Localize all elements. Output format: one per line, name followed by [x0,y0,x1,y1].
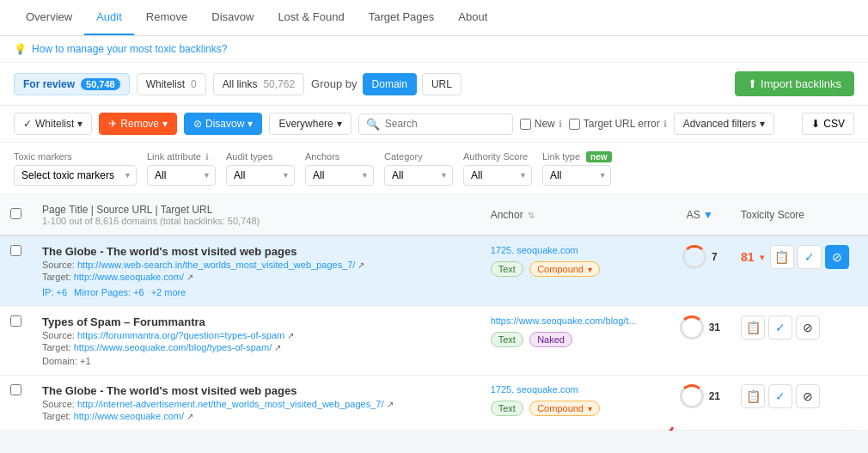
target-url-error-checkbox[interactable] [569,119,580,130]
tab-target-pages[interactable]: Target Pages [357,0,447,35]
row-1-page-cell: The Globe - The world's most visited web… [32,236,480,307]
whitelist-count: 0 [191,78,197,90]
advanced-filters-label: Advanced filters [683,118,756,130]
row-1-circle-progress [682,245,706,269]
category-label: Category [384,151,453,162]
link-type-new-badge: new [586,151,611,162]
row-3-whitelist-icon-btn[interactable]: ✓ [768,384,792,408]
row-3-target-link[interactable]: http://www.seoquake.com/ [74,411,184,421]
row-3-as-value: 21 [709,390,720,402]
row-2-title: Types of Spam – Forummantra [42,315,470,328]
external-link-icon: ↗ [387,400,394,409]
whitelist-action-label: Whitelist [35,118,74,130]
audit-types-select[interactable]: All [226,165,295,186]
search-icon: 🔍 [366,118,380,131]
row-2-target-link[interactable]: https://www.seoquake.com/blog/types-of-s… [74,342,272,352]
link-attribute-filter: Link attribute ℹ All [147,151,216,186]
row-2-as-cell: 31 [669,307,730,376]
tab-audit[interactable]: Audit [84,0,134,35]
top-nav: Overview Audit Remove Disavow Lost & Fou… [0,0,868,36]
toxic-score-col-header: Toxicity Score [730,195,868,236]
row-3-copy-icon-btn[interactable]: 📋 [741,384,765,408]
row-3-title: The Globe - The world's most visited web… [42,384,470,397]
audit-types-label: Audit types [226,151,295,162]
import-backlinks-button[interactable]: ⬆ Import backlinks [735,71,854,96]
row-1-anchor-source: 1725. seoquake.com [491,245,659,255]
tag-chevron-icon: ▾ [588,265,592,274]
external-link-icon: ↗ [287,331,294,340]
toxic-markers-select[interactable]: Select toxic markers [14,165,137,186]
table-row: The Globe - The world's most visited web… [0,236,868,307]
row-1-more[interactable]: +2 more [151,287,186,297]
whitelist-filter-button[interactable]: Whitelist 0 [137,73,206,95]
row-1-mirror[interactable]: Mirror Pages: +6 [74,287,144,297]
row-3-anchor-tags: Text Compound ▾ [491,398,659,416]
everywhere-dropdown[interactable]: Everywhere ▾ [269,113,351,135]
csv-button[interactable]: ⬇ CSV [802,113,854,135]
as-col-header[interactable]: AS ▼ [669,195,730,236]
anchors-label: Anchors [305,151,374,162]
row-3-source-link[interactable]: http://internet-advertisement.net/the_wo… [77,399,384,409]
bulb-icon: 💡 [14,43,27,55]
tab-lost-found[interactable]: Lost & Found [266,0,356,35]
whitelist-action-button[interactable]: ✓ Whitelist ▾ [14,113,92,135]
whitelist-label: Whitelist [146,78,185,90]
new-checkbox[interactable] [520,119,531,130]
row-1-whitelist-icon-btn[interactable]: ✓ [798,245,822,269]
row-3-as-cell: 21 [669,376,730,431]
filter-bar: For review 50,748 Whitelist 0 All links … [0,63,868,106]
tab-remove[interactable]: Remove [134,0,199,35]
row-1-source-link[interactable]: http://www.web-search.in/the_worlds_most… [77,260,355,270]
row-3-disavow-icon-btn[interactable]: ⊘ [796,384,820,408]
target-url-error-label: Target URL error ℹ [569,118,667,130]
row-2-page-cell: Types of Spam – Forummantra Source: http… [32,307,480,376]
action-bar: ✓ Whitelist ▾ ✈ Remove ▾ ⊘ Disavow ▾ Eve… [0,106,868,143]
disavow-action-button[interactable]: ⊘ Disavow ▾ [184,113,262,135]
all-links-button[interactable]: All links 50,762 [213,73,304,95]
url-button[interactable]: URL [422,73,462,95]
whitelist-chevron-icon: ▾ [77,118,83,130]
domain-button[interactable]: Domain [363,73,417,95]
search-input[interactable] [385,118,505,130]
advanced-filters-button[interactable]: Advanced filters ▾ [674,113,774,135]
row-1-tag-text: Text [491,261,523,277]
row-3-circle-progress [680,384,704,408]
category-select[interactable]: All [384,165,453,186]
row-1-target-link[interactable]: http://www.seoquake.com/ [74,272,184,282]
row-3-target: Target: http://www.seoquake.com/ ↗ [42,411,470,421]
row-2-copy-icon-btn[interactable]: 📋 [741,315,765,340]
row-3-tag-text: Text [491,401,523,416]
row-2-source-link[interactable]: https://forummantra.org/?question=types-… [77,330,284,340]
row-2-checkbox[interactable] [10,315,21,327]
link-attribute-select[interactable]: All [147,165,216,186]
anchors-select[interactable]: All [305,165,374,186]
remove-action-label: Remove [120,118,159,130]
row-3-checkbox[interactable] [10,384,21,395]
row-1-as-cell: 7 [669,236,730,307]
everywhere-chevron-icon: ▾ [337,118,342,130]
row-1-disavow-icon-btn[interactable]: ⊘ [825,245,849,269]
row-3-score-cell: 📋 ✓ ⊘ [730,376,868,431]
check-icon: ✓ [23,118,32,130]
link-type-select[interactable]: All [542,165,611,186]
authority-score-select[interactable]: All [463,165,532,186]
link-type-filter: Link type new All [542,151,612,186]
tab-overview[interactable]: Overview [14,0,84,35]
row-2-domain: Domain: +1 [42,356,470,366]
row-1-ip[interactable]: IP: +6 [42,287,67,297]
all-links-count: 50,762 [263,78,295,90]
row-1-checkbox[interactable] [10,245,21,256]
tab-about[interactable]: About [446,0,499,35]
info-link[interactable]: How to manage your most toxic backlinks? [32,43,227,55]
info-icon: ℹ [559,119,562,130]
row-2-disavow-icon-btn[interactable]: ⊘ [796,315,820,340]
search-box: 🔍 [358,113,513,135]
external-link-icon: ↗ [274,343,281,352]
remove-action-button[interactable]: ✈ Remove ▾ [99,113,177,135]
row-1-copy-icon-btn[interactable]: 📋 [770,245,794,269]
for-review-button[interactable]: For review 50,748 [14,73,130,95]
select-all-checkbox[interactable] [10,208,21,219]
row-2-circle-progress [680,315,704,340]
row-2-whitelist-icon-btn[interactable]: ✓ [768,315,792,340]
tab-disavow[interactable]: Disavow [199,0,266,35]
